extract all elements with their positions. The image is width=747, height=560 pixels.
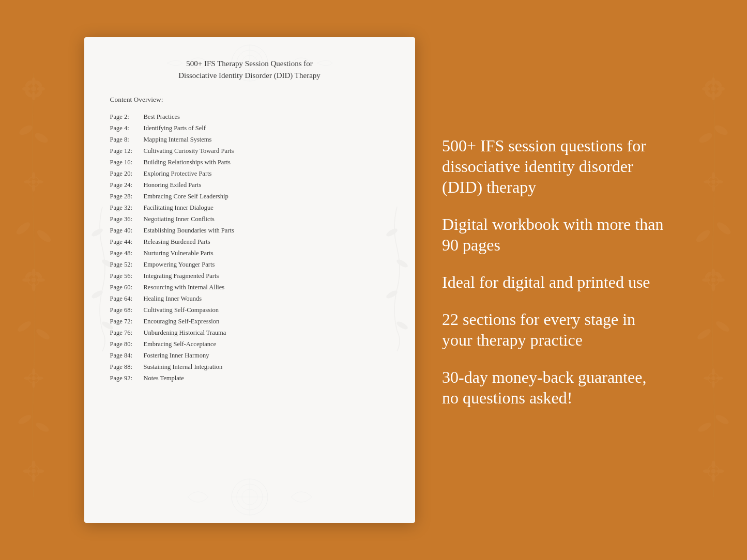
svg-point-99 (716, 377, 723, 380)
svg-point-79 (712, 184, 715, 192)
feature-text: Ideal for digital and printed use (442, 272, 664, 292)
svg-point-95 (711, 376, 715, 380)
svg-point-68 (702, 87, 710, 91)
toc-page-label: Embracing Self-Acceptance (144, 340, 217, 348)
toc-item: Page 28:Embracing Core Self Leadership (110, 191, 389, 202)
svg-point-59 (232, 479, 268, 515)
svg-point-41 (32, 474, 36, 482)
toc-page-number: Page 2: (110, 113, 144, 121)
toc-page-number: Page 48: (110, 250, 144, 257)
toc-page-label: Nurturing Vulnerable Parts (144, 250, 214, 257)
toc-item: Page 68:Cultivating Self-Compassion (110, 304, 389, 316)
watermark-bottom (84, 476, 415, 518)
svg-point-65 (711, 86, 716, 91)
toc-item: Page 8:Mapping Internal Systems (110, 134, 389, 145)
toc-page-number: Page 32: (110, 204, 144, 212)
svg-point-5 (37, 87, 45, 91)
svg-point-25 (37, 278, 45, 282)
toc-item: Page 32:Facilitating Inner Dialogue (110, 202, 389, 213)
right-features-panel: 500+ IFS session questions for dissociat… (432, 115, 680, 445)
svg-point-14 (32, 172, 35, 179)
toc-page-number: Page 40: (110, 227, 144, 235)
toc-page-label: Cultivating Curiosity Toward Parts (144, 147, 234, 155)
toc-page-label: Resourcing with Internal Allies (144, 284, 225, 291)
toc-item: Page 24:Honoring Exiled Parts (110, 179, 389, 191)
svg-point-100 (714, 413, 730, 426)
svg-point-104 (712, 461, 715, 469)
svg-point-40 (32, 461, 36, 469)
document-card: 500+ IFS Therapy Session Questions for D… (84, 37, 415, 523)
svg-point-8 (24, 90, 33, 99)
toc-page-number: Page 68: (110, 306, 144, 314)
toc-item: Page 64:Healing Inner Wounds (110, 293, 389, 304)
toc-page-label: Fostering Inner Harmony (144, 352, 209, 360)
feature-text: 22 sections for every stage in your ther… (442, 309, 664, 350)
svg-point-67 (711, 92, 715, 100)
svg-point-56 (395, 258, 409, 269)
toc-page-label: Integrating Fragmented Parts (144, 272, 219, 280)
svg-point-21 (32, 278, 36, 283)
feature-block-3: Ideal for digital and printed use (442, 272, 664, 292)
svg-point-11 (33, 131, 49, 145)
svg-point-2 (32, 77, 36, 86)
feature-text: 500+ IFS session questions for dissociat… (442, 135, 664, 197)
toc-item: Page 76:Unburdening Historical Trauma (110, 327, 389, 338)
toc-item: Page 92:Notes Template (110, 372, 389, 384)
svg-point-36 (17, 413, 33, 426)
toc-item: Page 20:Exploring Protective Parts (110, 168, 389, 179)
svg-point-106 (703, 470, 711, 473)
svg-point-4 (22, 87, 31, 91)
document-title: 500+ IFS Therapy Session Questions for D… (110, 58, 389, 81)
svg-point-33 (32, 381, 35, 388)
svg-point-53 (90, 289, 104, 300)
feature-block-4: 22 sections for every stage in your ther… (442, 309, 664, 350)
toc-page-label: Identifying Parts of Self (144, 125, 206, 132)
svg-point-97 (712, 381, 715, 388)
svg-point-81 (716, 180, 723, 183)
toc-item: Page 12:Cultivating Curiosity Toward Par… (110, 145, 389, 157)
toc-page-label: Facilitating Inner Dialogue (144, 204, 214, 212)
svg-point-28 (16, 319, 32, 333)
toc-page-number: Page 20: (110, 170, 144, 178)
toc-page-label: Exploring Protective Parts (144, 170, 212, 178)
svg-point-9 (35, 90, 43, 99)
toc-page-label: Establishing Boundaries with Parts (144, 227, 234, 235)
svg-point-43 (37, 470, 44, 473)
toc-page-number: Page 16: (110, 159, 144, 166)
svg-point-70 (704, 80, 713, 88)
svg-point-15 (32, 184, 35, 192)
toc-page-number: Page 64: (110, 295, 144, 303)
svg-point-74 (713, 123, 729, 137)
toc-page-label: Cultivating Self-Compassion (144, 306, 219, 314)
toc-page-label: Building Relationships with Parts (144, 159, 231, 166)
toc-page-number: Page 92: (110, 375, 144, 382)
svg-point-92 (714, 319, 730, 333)
svg-point-101 (697, 421, 712, 433)
toc-page-label: Notes Template (144, 375, 184, 382)
svg-point-93 (696, 327, 712, 341)
svg-point-35 (36, 377, 43, 380)
svg-point-16 (24, 180, 31, 183)
svg-point-72 (704, 90, 713, 99)
svg-point-71 (714, 80, 723, 88)
svg-point-103 (711, 469, 716, 474)
toc-item: Page 48:Nurturing Vulnerable Parts (110, 247, 389, 259)
main-content-area: 500+ IFS Therapy Session Questions for D… (67, 0, 432, 560)
toc-page-number: Page 36: (110, 215, 144, 223)
svg-point-37 (35, 421, 50, 433)
toc-page-number: Page 84: (110, 352, 144, 360)
svg-point-87 (712, 283, 715, 291)
svg-point-39 (32, 469, 36, 474)
toc-item: Page 4:Identifying Parts of Self (110, 122, 389, 134)
svg-point-60 (237, 484, 263, 510)
svg-point-66 (711, 77, 715, 86)
feature-block-5: 30-day money-back guarantee, no question… (442, 367, 664, 408)
svg-point-77 (711, 180, 715, 184)
svg-point-82 (715, 220, 733, 236)
svg-point-88 (702, 278, 710, 282)
toc-page-number: Page 12: (110, 147, 144, 155)
toc-page-label: Negotiating Inner Conflicts (144, 215, 215, 223)
svg-point-42 (23, 470, 31, 473)
svg-point-86 (712, 269, 715, 277)
toc-page-label: Best Practices (144, 113, 180, 121)
